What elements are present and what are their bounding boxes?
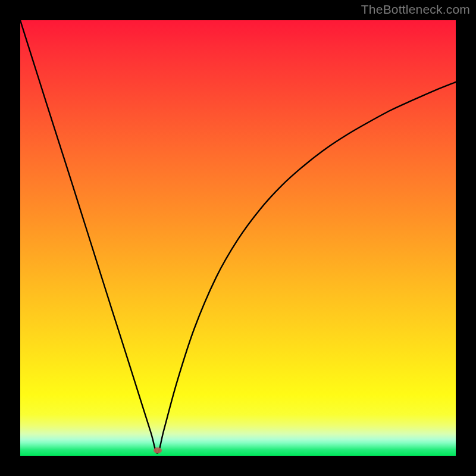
minimum-marker-dot [154,447,162,453]
watermark-text: TheBottleneck.com [361,2,470,17]
chart-frame: TheBottleneck.com [0,0,476,476]
plot-area [20,20,456,456]
curve-svg [20,20,456,456]
curve-line [20,20,456,453]
